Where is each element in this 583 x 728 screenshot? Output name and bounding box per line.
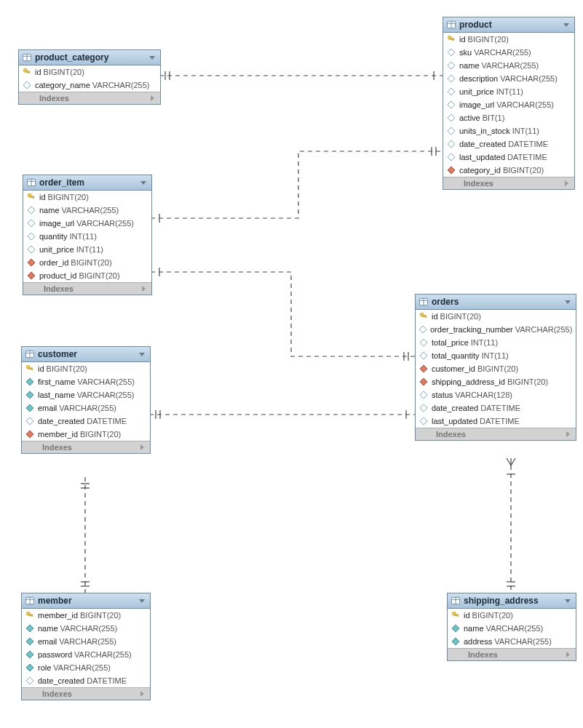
chevron-down-icon[interactable] bbox=[148, 54, 156, 61]
indexes-footer[interactable]: Indexes bbox=[22, 441, 150, 453]
column-row[interactable]: id BIGINT(20) bbox=[19, 65, 160, 79]
column-row[interactable]: units_in_stock INT(11) bbox=[443, 124, 574, 137]
column-row[interactable]: total_price INT(11) bbox=[416, 336, 576, 349]
column-row[interactable]: name VARCHAR(255) bbox=[443, 59, 574, 72]
column-row[interactable]: quantity INT(11) bbox=[23, 230, 151, 243]
column-row[interactable]: order_id BIGINT(20) bbox=[23, 256, 151, 269]
table-shipping_address[interactable]: shipping_addressid BIGINT(20)name VARCHA… bbox=[447, 593, 576, 661]
table-header[interactable]: customer bbox=[22, 347, 150, 362]
indexes-footer[interactable]: Indexes bbox=[22, 687, 150, 700]
column-row[interactable]: image_url VARCHAR(255) bbox=[443, 98, 574, 111]
column-row[interactable]: total_quantity INT(11) bbox=[416, 349, 576, 362]
column-row[interactable]: sku VARCHAR(255) bbox=[443, 46, 574, 59]
column-type: BIGINT(20) bbox=[48, 193, 89, 201]
column-name: name bbox=[459, 61, 480, 70]
chevron-down-icon[interactable] bbox=[564, 298, 571, 305]
column-type: VARCHAR(255) bbox=[60, 624, 118, 633]
chevron-right-icon[interactable] bbox=[564, 431, 571, 438]
column-row[interactable]: customer_id BIGINT(20) bbox=[416, 362, 576, 375]
column-row[interactable]: name VARCHAR(255) bbox=[23, 204, 151, 217]
column-row[interactable]: category_name VARCHAR(255) bbox=[19, 79, 160, 92]
indexes-footer[interactable]: Indexes bbox=[19, 92, 160, 104]
table-orders[interactable]: ordersid BIGINT(20)order_tracking_number… bbox=[415, 294, 576, 441]
svg-marker-74 bbox=[420, 417, 427, 425]
chevron-right-icon[interactable] bbox=[563, 180, 570, 187]
chevron-right-icon[interactable] bbox=[140, 285, 147, 292]
column-row[interactable]: status VARCHAR(128) bbox=[416, 388, 576, 401]
column-row[interactable]: address VARCHAR(255) bbox=[448, 635, 576, 648]
indexes-label: Indexes bbox=[464, 179, 493, 188]
column-row[interactable]: member_id BIGINT(20) bbox=[22, 428, 150, 441]
table-order_item[interactable]: order_itemid BIGINT(20)name VARCHAR(255)… bbox=[23, 175, 152, 295]
column-row[interactable]: product_id BIGINT(20) bbox=[23, 269, 151, 282]
column-type: INT(11) bbox=[496, 87, 523, 96]
chevron-right-icon[interactable] bbox=[564, 651, 571, 658]
table-product[interactable]: productid BIGINT(20)sku VARCHAR(255)name… bbox=[443, 17, 575, 190]
column-type: BIGINT(20) bbox=[44, 68, 84, 76]
column-row[interactable]: shipping_address_id BIGINT(20) bbox=[416, 375, 576, 388]
table-customer[interactable]: customerid BIGINT(20)first_name VARCHAR(… bbox=[21, 346, 151, 454]
column-row[interactable]: last_name VARCHAR(255) bbox=[22, 388, 150, 401]
column-row[interactable]: id BIGINT(20) bbox=[443, 33, 574, 46]
column-row[interactable]: image_url VARCHAR(255) bbox=[23, 217, 151, 230]
table-product_category[interactable]: product_categoryid BIGINT(20)category_na… bbox=[18, 49, 161, 105]
column-row[interactable]: description VARCHAR(255) bbox=[443, 72, 574, 85]
table-member[interactable]: membermember_id BIGINT(20)name VARCHAR(2… bbox=[21, 593, 151, 700]
column-type: BIGINT(20) bbox=[71, 258, 111, 267]
column-diamond-icon bbox=[419, 404, 429, 412]
chevron-down-icon[interactable] bbox=[563, 21, 570, 28]
column-row[interactable]: password VARCHAR(255) bbox=[22, 648, 150, 661]
column-type: BIGINT(20) bbox=[80, 430, 121, 439]
column-row[interactable]: last_updated DATETIME bbox=[443, 151, 574, 164]
chevron-right-icon[interactable] bbox=[138, 690, 146, 697]
chevron-down-icon[interactable] bbox=[564, 597, 571, 604]
column-row[interactable]: category_id BIGINT(20) bbox=[443, 164, 574, 177]
chevron-right-icon[interactable] bbox=[148, 95, 156, 102]
column-row[interactable]: unit_price INT(11) bbox=[23, 243, 151, 256]
chevron-down-icon[interactable] bbox=[138, 597, 146, 604]
fk-diamond-icon bbox=[419, 377, 429, 386]
column-row[interactable]: id BIGINT(20) bbox=[22, 362, 150, 375]
column-row[interactable]: id BIGINT(20) bbox=[416, 310, 576, 323]
svg-marker-72 bbox=[420, 391, 427, 399]
indexes-footer[interactable]: Indexes bbox=[448, 648, 576, 660]
column-name: id bbox=[39, 193, 46, 201]
table-header[interactable]: member bbox=[22, 593, 150, 609]
svg-marker-59 bbox=[142, 286, 146, 292]
column-row[interactable]: name VARCHAR(255) bbox=[22, 622, 150, 635]
chevron-down-icon[interactable] bbox=[140, 179, 147, 186]
column-row[interactable]: active BIT(1) bbox=[443, 111, 574, 124]
column-row[interactable]: id BIGINT(20) bbox=[23, 191, 151, 204]
column-diamond-icon bbox=[26, 206, 36, 215]
column-row[interactable]: date_created DATETIME bbox=[416, 401, 576, 415]
column-row[interactable]: member_id BIGINT(20) bbox=[22, 609, 150, 622]
column-row[interactable]: last_updated DATETIME bbox=[416, 415, 576, 428]
column-row[interactable]: date_created DATETIME bbox=[22, 674, 150, 687]
column-row[interactable]: name VARCHAR(255) bbox=[448, 622, 576, 635]
chevron-down-icon[interactable] bbox=[138, 351, 146, 358]
column-row[interactable]: id BIGINT(20) bbox=[448, 609, 576, 622]
column-name: last_updated bbox=[432, 417, 477, 425]
table-header[interactable]: product_category bbox=[19, 50, 160, 65]
key-icon bbox=[22, 68, 32, 76]
table-header[interactable]: orders bbox=[416, 295, 576, 310]
column-row[interactable]: unit_price INT(11) bbox=[443, 85, 574, 98]
column-row[interactable]: first_name VARCHAR(255) bbox=[22, 375, 150, 388]
column-row[interactable]: role VARCHAR(255) bbox=[22, 661, 150, 674]
column-row[interactable]: email VARCHAR(255) bbox=[22, 401, 150, 415]
column-name: image_url bbox=[459, 100, 494, 109]
table-header[interactable]: order_item bbox=[23, 175, 151, 191]
indexes-footer[interactable]: Indexes bbox=[23, 282, 151, 295]
table-header[interactable]: shipping_address bbox=[448, 593, 576, 609]
svg-marker-57 bbox=[28, 259, 35, 266]
column-row[interactable]: date_created DATETIME bbox=[443, 137, 574, 151]
chevron-right-icon[interactable] bbox=[138, 444, 146, 451]
indexes-footer[interactable]: Indexes bbox=[443, 177, 574, 189]
column-row[interactable]: date_created DATETIME bbox=[22, 415, 150, 428]
indexes-footer[interactable]: Indexes bbox=[416, 428, 576, 440]
column-type: DATETIME bbox=[87, 417, 127, 425]
table-header[interactable]: product bbox=[443, 17, 574, 33]
column-row[interactable]: order_tracking_number VARCHAR(255) bbox=[416, 323, 576, 336]
rel-orderitem-product bbox=[143, 147, 443, 223]
column-row[interactable]: email VARCHAR(255) bbox=[22, 635, 150, 648]
